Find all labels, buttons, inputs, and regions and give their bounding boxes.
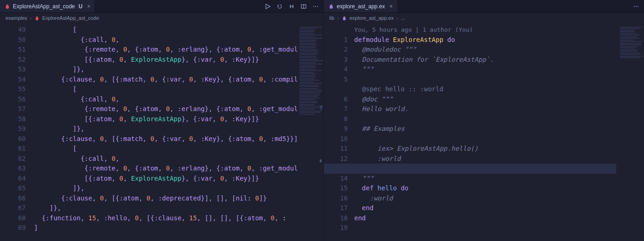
code-line[interactable]: :world bbox=[354, 154, 618, 164]
code-line[interactable]: [ bbox=[34, 25, 298, 35]
code-line[interactable]: end bbox=[354, 213, 618, 223]
editor-body-right[interactable]: 12345 678910111213141516171819 You, 5 ho… bbox=[324, 23, 644, 241]
editor-pane-left: ExploreAstApp_ast_code U × examples › Ex… bbox=[0, 0, 324, 241]
editor-actions-left bbox=[260, 3, 323, 10]
elixir-file-icon bbox=[34, 16, 40, 21]
code-line[interactable]: end bbox=[354, 203, 618, 213]
elixir-file-icon bbox=[5, 4, 10, 9]
code-left[interactable]: [ {:call, 0, {:remote, 0, {:atom, 0, :er… bbox=[34, 23, 298, 241]
split-icon[interactable] bbox=[300, 3, 307, 10]
minimap-left[interactable] bbox=[298, 23, 323, 241]
code-line[interactable]: {:call, 0, bbox=[34, 35, 298, 45]
gutter-left: 4950515253545556575859606162636465666768… bbox=[0, 23, 34, 241]
tabbar-right: explore_ast_app.ex × bbox=[324, 0, 644, 13]
svg-point-2 bbox=[313, 6, 314, 7]
svg-point-3 bbox=[315, 6, 316, 7]
code-line[interactable]: Documentation for `ExploreAstApp`. bbox=[354, 55, 618, 65]
tab-title: explore_ast_app.ex bbox=[337, 3, 385, 10]
more-icon[interactable] bbox=[633, 3, 639, 10]
breadcrumb-seg: examples bbox=[6, 15, 27, 21]
code-line[interactable]: [{:atom, 0, ExploreAstApp}, {:var, 0, :K… bbox=[34, 55, 298, 65]
elixir-file-icon bbox=[342, 16, 347, 21]
code-line[interactable]: @doc """ bbox=[354, 94, 618, 105]
code-line[interactable]: [{:atom, 0, ExploreAstApp}, {:var, 0, :K… bbox=[34, 174, 298, 184]
close-icon[interactable]: × bbox=[390, 3, 393, 10]
svg-point-7 bbox=[638, 6, 638, 7]
editor-body-left[interactable]: 4950515253545556575859606162636465666768… bbox=[0, 23, 323, 241]
code-line[interactable] bbox=[354, 75, 618, 85]
editor-actions-right bbox=[628, 3, 644, 10]
code-line[interactable]: {:clause, 0, [{:match, 0, {:var, 0, :Key… bbox=[34, 75, 298, 85]
tab-explore-ast[interactable]: explore_ast_app.ex × bbox=[324, 0, 398, 12]
code-line[interactable]: ]}, bbox=[34, 203, 298, 213]
current-line-highlight bbox=[324, 164, 616, 174]
code-line[interactable]: ]}, bbox=[34, 65, 298, 75]
code-line[interactable]: :world bbox=[354, 194, 618, 204]
svg-point-6 bbox=[636, 6, 637, 7]
close-icon[interactable]: × bbox=[87, 3, 90, 10]
breadcrumb-seg: lib bbox=[329, 15, 334, 21]
code-line[interactable]: [ bbox=[34, 144, 298, 154]
code-right[interactable]: You, 5 hours ago | 1 author (You)defmodu… bbox=[354, 23, 618, 241]
overview-marker: T bbox=[320, 106, 322, 111]
code-line[interactable]: {:remote, 0, {:atom, 0, :erlang}, {:atom… bbox=[34, 104, 298, 114]
code-line[interactable] bbox=[354, 134, 618, 144]
code-line[interactable]: iex> ExploreAstApp.hello() bbox=[354, 144, 618, 154]
code-line[interactable]: ] bbox=[34, 223, 298, 233]
run-icon[interactable] bbox=[264, 3, 271, 10]
code-line[interactable]: ]}, bbox=[34, 183, 298, 194]
inline-hint: @spec hello :: :world bbox=[354, 84, 618, 94]
more-icon[interactable] bbox=[312, 3, 319, 10]
code-line[interactable]: @moduledoc """ bbox=[354, 45, 618, 55]
code-line[interactable]: Hello world. bbox=[354, 104, 618, 114]
code-line[interactable]: """ bbox=[354, 65, 618, 75]
code-line[interactable]: def hello do bbox=[354, 183, 618, 194]
breadcrumb-right[interactable]: lib › explore_ast_app.ex › ... bbox=[324, 13, 644, 23]
code-line[interactable]: [{:atom, 0, ExploreAstApp}, {:var, 0, :K… bbox=[34, 114, 298, 124]
svg-point-5 bbox=[634, 6, 635, 7]
code-line[interactable] bbox=[354, 114, 618, 124]
minimap-right[interactable] bbox=[618, 23, 644, 241]
code-line[interactable]: ## Examples bbox=[354, 124, 618, 134]
code-line[interactable]: {:function, 15, :hello, 0, [{:clause, 15… bbox=[34, 213, 298, 223]
code-line[interactable]: {:clause, 0, [{:match, 0, {:var, 0, :Key… bbox=[34, 134, 298, 144]
overview-marker bbox=[320, 159, 322, 162]
code-line[interactable]: {:call, 0, bbox=[34, 94, 298, 105]
breadcrumb-seg: ExploreAstApp_ast_code bbox=[42, 15, 99, 21]
tab-ast-code[interactable]: ExploreAstApp_ast_code U × bbox=[0, 0, 95, 12]
breadcrumb-seg: explore_ast_app.ex bbox=[350, 15, 394, 21]
breadcrumb-seg: ... bbox=[401, 15, 405, 21]
tab-title: ExploreAstApp_ast_code bbox=[13, 3, 75, 10]
chevron-right-icon: › bbox=[397, 15, 398, 21]
code-line[interactable]: """ bbox=[354, 174, 618, 184]
code-line[interactable]: {:remote, 0, {:atom, 0, :erlang}, {:atom… bbox=[34, 45, 298, 55]
dirty-indicator: U bbox=[79, 3, 83, 10]
elixir-file-icon bbox=[328, 4, 334, 9]
code-line[interactable]: {:call, 0, bbox=[34, 154, 298, 164]
breadcrumb-left[interactable]: examples › ExploreAstApp_ast_code bbox=[0, 13, 323, 23]
code-line[interactable] bbox=[354, 223, 618, 233]
gutter-right: 12345 678910111213141516171819 bbox=[324, 23, 354, 241]
code-line[interactable]: {:remote, 0, {:atom, 0, :erlang}, {:atom… bbox=[34, 164, 298, 174]
history-icon[interactable] bbox=[276, 3, 283, 10]
code-line[interactable]: ]}, bbox=[34, 124, 298, 134]
git-blame-annotation: You, 5 hours ago | 1 author (You) bbox=[354, 25, 618, 35]
svg-point-4 bbox=[317, 6, 318, 7]
code-line[interactable]: defmodule ExploreAstApp do bbox=[354, 35, 618, 45]
chevron-right-icon: › bbox=[337, 15, 339, 21]
editor-pane-right: explore_ast_app.ex × lib › explore_ast_a… bbox=[324, 0, 644, 241]
tabbar-left: ExploreAstApp_ast_code U × bbox=[0, 0, 323, 13]
code-line[interactable]: [ bbox=[34, 84, 298, 94]
code-line[interactable]: {:clause, 0, [{:atom, 0, :deprecated}], … bbox=[34, 194, 298, 204]
chevron-right-icon: › bbox=[30, 15, 32, 21]
compare-icon[interactable] bbox=[288, 3, 295, 10]
